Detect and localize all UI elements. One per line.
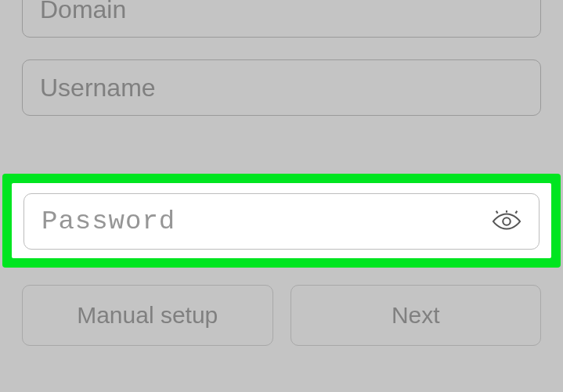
- domain-field[interactable]: Domain: [22, 0, 541, 38]
- manual-setup-button[interactable]: Manual setup: [22, 285, 273, 346]
- password-placeholder: Password: [42, 207, 175, 236]
- next-button[interactable]: Next: [291, 285, 542, 346]
- username-placeholder: Username: [40, 74, 156, 102]
- domain-placeholder: Domain: [40, 0, 126, 24]
- svg-line-0: [496, 211, 498, 214]
- password-field[interactable]: Password: [23, 193, 540, 250]
- eye-icon[interactable]: [492, 210, 521, 232]
- next-label: Next: [392, 302, 440, 329]
- manual-setup-label: Manual setup: [77, 302, 218, 329]
- svg-point-3: [503, 218, 511, 225]
- svg-line-2: [515, 211, 517, 214]
- username-field[interactable]: Username: [22, 59, 541, 116]
